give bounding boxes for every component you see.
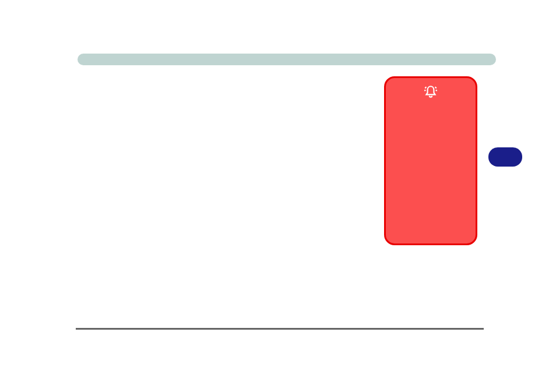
top-bar	[78, 54, 496, 65]
alert-panel[interactable]	[384, 76, 477, 245]
divider-line	[76, 328, 484, 330]
bell-alert-icon	[423, 84, 439, 100]
svg-line-3	[436, 90, 437, 91]
svg-line-1	[435, 87, 437, 88]
svg-line-0	[425, 87, 426, 88]
svg-line-2	[424, 90, 425, 91]
side-pill-button[interactable]	[488, 147, 522, 167]
